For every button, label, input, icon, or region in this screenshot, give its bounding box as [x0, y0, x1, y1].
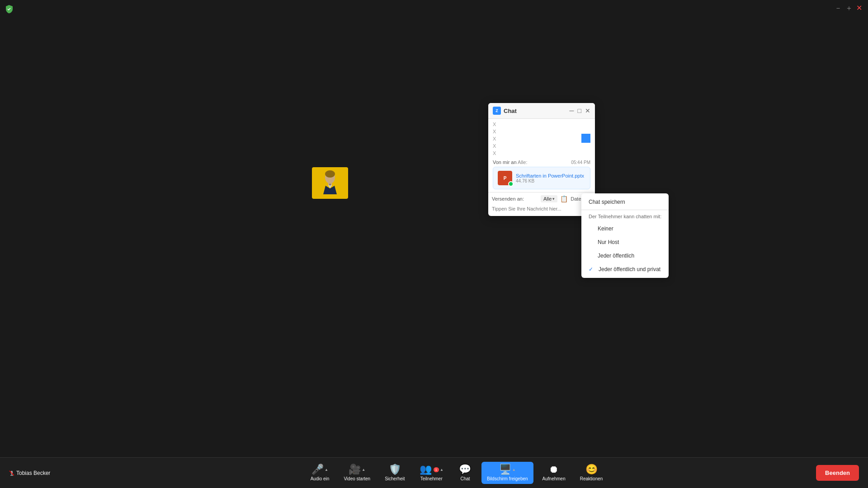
- minimize-icon[interactable]: －: [835, 5, 842, 12]
- placeholder-line-3: X: [493, 136, 590, 141]
- share-icon: 🖥️: [499, 465, 511, 474]
- chat-send-row: Versenden an: Alle ▾ 📋 Datei ⋯: [492, 195, 591, 202]
- audio-btn[interactable]: 🎤 ▲ Audio ein: [305, 462, 335, 484]
- participants-arrow-icon: ▲: [440, 468, 443, 472]
- chat-maximize-btn[interactable]: □: [578, 107, 581, 114]
- toolbar-right: Beenden: [814, 465, 859, 481]
- chat-close-btn[interactable]: ✕: [585, 107, 590, 114]
- video-label: Video starten: [344, 476, 370, 481]
- chat-send-area: Versenden an: Alle ▾ 📋 Datei ⋯: [488, 192, 595, 216]
- participants-icon: 👥: [420, 465, 432, 474]
- chat-title-text: Chat: [504, 108, 517, 114]
- chat-message-group: Von mir an Alle: 05:44 PM P Schriftarten…: [493, 160, 590, 189]
- chat-sender: Von mir an Alle:: [493, 160, 527, 165]
- shield-icon: [5, 5, 14, 14]
- reactions-btn[interactable]: 😊 Reaktionen: [575, 462, 609, 484]
- chat-message-input[interactable]: [492, 204, 591, 213]
- security-btn[interactable]: 🛡️ Sicherheit: [379, 462, 410, 484]
- menu-option-nur-host[interactable]: Nur Host: [581, 235, 669, 249]
- check-badge: [508, 181, 514, 187]
- audio-label: Audio ein: [311, 476, 330, 481]
- chat-header: Z Chat ─ □ ✕: [488, 103, 595, 119]
- toolbar-left: Tobias Becker: [9, 470, 99, 476]
- chat-message-meta: Von mir an Alle: 05:44 PM: [493, 160, 590, 165]
- menu-divider: [581, 210, 669, 210]
- participants-badge: 1: [434, 467, 439, 472]
- menu-option-jeder-oeffentlich[interactable]: Jeder öffentlich: [581, 249, 669, 263]
- audio-arrow-icon: ▲: [325, 468, 328, 472]
- reactions-icon: 😊: [585, 465, 598, 474]
- file-name: Schriftarten in PowerPoint.pptx: [516, 173, 584, 178]
- chat-messages: X X X X X Von mir an Alle: 05:44 PM P: [488, 119, 595, 192]
- more-options-btn[interactable]: [581, 134, 590, 143]
- placeholder-lines: X X X X X: [493, 122, 590, 156]
- clipboard-icon: 📋: [560, 195, 568, 202]
- share-screen-btn[interactable]: 🖥️ ▲ Bildschirm freigeben: [481, 462, 533, 484]
- svg-point-1: [325, 170, 335, 178]
- record-label: Aufnehmen: [542, 476, 566, 481]
- end-meeting-button[interactable]: Beenden: [816, 465, 859, 481]
- menu-section-title: Der Teilnehmer kann chatten mit:: [581, 211, 669, 222]
- save-chat-btn[interactable]: Chat speichern: [581, 195, 669, 209]
- participant-video-thumb: [312, 167, 348, 199]
- video-icon: 🎥: [349, 465, 361, 474]
- video-btn[interactable]: 🎥 ▲ Video starten: [338, 462, 376, 484]
- chat-file-attachment[interactable]: P Schriftarten in PowerPoint.pptx 44.76 …: [493, 167, 590, 189]
- zoom-logo-icon: Z: [493, 107, 501, 115]
- chat-title: Z Chat: [493, 107, 517, 115]
- toolbar-center: 🎤 ▲ Audio ein 🎥 ▲ Video starten 🛡️ Siche…: [99, 462, 814, 484]
- placeholder-line-5: X: [493, 150, 590, 156]
- file-label: Datei: [571, 196, 582, 202]
- file-info: Schriftarten in PowerPoint.pptx 44.76 KB: [516, 173, 584, 183]
- share-label: Bildschirm freigeben: [487, 476, 528, 481]
- share-arrow-icon: ▲: [512, 468, 516, 472]
- chat-header-controls: ─ □ ✕: [570, 107, 590, 114]
- chat-icon: 💬: [459, 465, 471, 474]
- window-controls: － ＋ ✕: [835, 5, 863, 12]
- file-size: 44.76 KB: [516, 178, 584, 183]
- security-icon: 🛡️: [389, 465, 401, 474]
- chat-timestamp: 05:44 PM: [571, 160, 590, 165]
- chat-context-menu: Chat speichern Der Teilnehmer kann chatt…: [581, 193, 669, 278]
- security-label: Sicherheit: [385, 476, 405, 481]
- main-video-area: － ＋ ✕ Z Chat: [0, 0, 868, 488]
- menu-option-jeder-oeffentlich-privat[interactable]: Jeder öffentlich und privat: [581, 263, 669, 276]
- mic-off-indicator: [9, 470, 14, 476]
- reactions-label: Reaktionen: [580, 476, 603, 481]
- close-icon[interactable]: ✕: [856, 5, 863, 12]
- placeholder-line-1: X: [493, 122, 590, 127]
- chat-panel: Z Chat ─ □ ✕ X X X X X Von mir an Alle:: [488, 103, 595, 216]
- participants-btn[interactable]: 👥 1 ▲ Teilnehmer: [414, 462, 449, 484]
- bottom-toolbar: Tobias Becker 🎤 ▲ Audio ein 🎥 ▲ Video st…: [0, 457, 868, 488]
- audio-icon: 🎤: [311, 465, 324, 474]
- send-to-chevron: ▾: [552, 197, 555, 201]
- chat-minimize-btn[interactable]: ─: [570, 107, 574, 114]
- record-icon: ⏺: [549, 465, 559, 474]
- participants-label: Teilnehmer: [420, 476, 443, 481]
- chat-btn[interactable]: 💬 Chat: [453, 462, 478, 484]
- placeholder-line-4: X: [493, 143, 590, 149]
- chat-label: Chat: [460, 476, 470, 481]
- maximize-icon[interactable]: ＋: [845, 5, 853, 12]
- record-btn[interactable]: ⏺ Aufnehmen: [537, 462, 571, 484]
- menu-option-keiner[interactable]: Keiner: [581, 222, 669, 235]
- participant-name-display: Tobias Becker: [9, 470, 50, 476]
- ppt-file-icon: P: [498, 171, 512, 185]
- send-to-selector[interactable]: Alle ▾: [541, 195, 557, 202]
- send-label: Versenden an:: [492, 196, 524, 202]
- placeholder-line-2: X: [493, 129, 590, 134]
- video-arrow-icon: ▲: [362, 468, 365, 472]
